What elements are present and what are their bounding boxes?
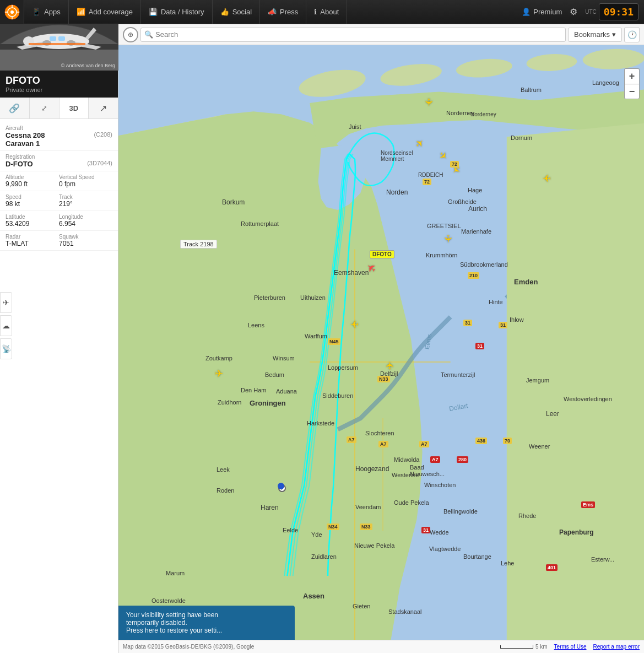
aircraft-a3[interactable]: ✈ (436, 149, 450, 163)
logo[interactable] (0, 0, 24, 24)
layers-icon-button[interactable]: 📡 (0, 338, 12, 359)
track-value: 219° (59, 200, 112, 208)
apps-icon: 📱 (32, 8, 41, 16)
history-button[interactable]: 🕐 (624, 27, 640, 42)
altitude-value: 9,990 ft (6, 180, 59, 188)
notification-line2: temporarily disabled. (126, 619, 287, 627)
compass-button[interactable]: ⊕ (123, 27, 138, 42)
city-loppersum: Loppersum (328, 364, 358, 371)
expand-tool-button[interactable]: ⤢ (30, 98, 59, 118)
zoom-out-button[interactable]: − (624, 84, 640, 99)
aircraft-label: Aircraft (6, 125, 59, 131)
aircraft-a9[interactable]: ✈ (350, 318, 359, 330)
aircraft-a7[interactable]: ✈ (215, 368, 223, 380)
side-tool-icons: ✈ ☁ 📡 (0, 292, 12, 360)
city-haren: Haren (261, 504, 279, 511)
longitude-value: 6.954 (59, 220, 112, 228)
speed-value: 98 kt (6, 200, 59, 208)
nav-press[interactable]: 📣 Press (260, 0, 306, 24)
radar-label: Radar (6, 234, 59, 240)
report-link[interactable]: Report a map error (593, 644, 640, 650)
airport-indicator (278, 483, 284, 489)
weather-icon-button[interactable]: ☁ (0, 315, 12, 336)
city-baltrum: Baltrum (521, 87, 542, 93)
city-eelde: Eelde (283, 527, 298, 533)
aircraft-a2[interactable]: ✈ (413, 136, 427, 150)
squawk-cell: Squawk 7051 (59, 232, 112, 249)
registration-row: Registration D-FOTO (3D7044) (0, 151, 118, 171)
bookmarks-button[interactable]: Bookmarks ▾ (568, 28, 622, 42)
city-veendam: Veendam (355, 504, 381, 510)
road-401: 401 (546, 564, 558, 571)
photo-credit: © Andreas van den Berg (61, 63, 115, 68)
search-input[interactable] (155, 30, 562, 39)
greetsiel-label: GREETSIEL (427, 223, 461, 229)
nav-add-coverage[interactable]: 📶 Add coverage (69, 0, 141, 24)
road-31: 31 (463, 320, 472, 326)
map-area[interactable]: ✈ ✈ ✈ ✈ ✈ ✈ ✈ ✈ ✈ ✈ DFOTO Groningen Nord… (118, 24, 644, 653)
city-gieten: Gieten (353, 603, 370, 609)
flight-icon-button[interactable]: ✈ (0, 292, 12, 313)
side-panel: ✕ © Andreas van den Berg DFOTO Private o… (0, 0, 118, 653)
norderney-main: Norderney (470, 111, 496, 117)
road-n45: N45 (328, 338, 340, 345)
city-pieterburen: Pieterburen (254, 294, 285, 301)
city-slochteren: Slochteren (365, 430, 394, 436)
link-icon: 🔗 (9, 103, 20, 114)
nav-apps[interactable]: 📱 Apps (24, 0, 69, 24)
notification-banner[interactable]: Your visibility setting have been tempor… (118, 606, 295, 640)
link-tool-button[interactable]: 🔗 (0, 98, 30, 118)
3d-tool-button[interactable]: 3D (59, 98, 89, 118)
premium-button[interactable]: 👤 Premium (522, 8, 562, 16)
road-31-red: 31 (475, 343, 484, 349)
aircraft-toolbar: 🔗 ⤢ 3D ↗ (0, 98, 118, 119)
zoom-in-button[interactable]: + (624, 68, 640, 84)
search-icon: 🔍 (144, 30, 153, 39)
nav-about[interactable]: ℹ About (306, 0, 347, 24)
city-vlagtewedde: Vlagtwedde (429, 546, 461, 552)
city-zuidhorn: Zuidhorn (218, 399, 241, 406)
track-2198-label[interactable]: Track 2198 (180, 240, 217, 249)
city-nieuwe-pekela: Nieuwe Pekela (354, 542, 394, 549)
aircraft-dfoto-label[interactable]: DFOTO (370, 250, 394, 258)
nav-social[interactable]: 👍 Social (213, 0, 260, 24)
aircraft-a5[interactable]: ✈ (543, 172, 551, 184)
aircraft-a6[interactable]: ✈ (442, 235, 454, 243)
svg-point-2 (10, 10, 14, 14)
terms-link[interactable]: Terms of Use (554, 644, 587, 650)
dollart-label: Dollart (448, 402, 469, 413)
aircraft-a1[interactable]: ✈ (423, 98, 435, 106)
city-marienhafe: Marienhafe (461, 228, 491, 235)
city-harkstede: Harkstede (307, 420, 334, 427)
search-bar: ⊕ 🔍 Bookmarks ▾ 🕐 (118, 24, 644, 45)
registration-code-value: (3D7044) (59, 160, 112, 166)
city-aduar: Aduana (276, 388, 297, 395)
city-marum: Marum (166, 570, 185, 576)
road-a7-2: A7 (378, 441, 388, 447)
search-input-wrap[interactable]: 🔍 (140, 28, 566, 42)
city-termunterzijl: Termunterzijl (441, 371, 475, 378)
road-70: 70 (503, 438, 512, 444)
aircraft-dfoto-selected[interactable]: ✈ (363, 260, 378, 276)
altitude-cell: Altitude 9,990 ft (6, 172, 59, 190)
road-ems: Ems (581, 501, 595, 508)
road-a7-3: A7 (419, 441, 429, 447)
aircraft-a8[interactable]: ✈ (384, 361, 396, 370)
share-tool-button[interactable]: ↗ (89, 98, 118, 118)
city-stadskanaal: Stadskanaal (388, 608, 422, 615)
coverage-icon: 📶 (77, 8, 85, 16)
nav-data-history[interactable]: 💾 Data / History (141, 0, 213, 24)
aircraft-data-table: Aircraft Cessna 208 Caravan 1 (C208) Reg… (0, 119, 118, 653)
radar-row: Radar T-MLAT Squawk 7051 (0, 231, 118, 251)
terms-text: Terms of Use (554, 644, 587, 650)
aircraft-callsign: DFOTO (6, 75, 112, 87)
road-n34: N34 (327, 524, 339, 530)
registration-code-cell: (3D7044) (59, 152, 112, 170)
coords-row: Latitude 53.4209 Longitude 6.954 (0, 211, 118, 231)
status-bar: Map data ©2015 GeoBasis-DE/BKG (©2009), … (118, 640, 644, 653)
registration-value: D-FOTO (6, 160, 59, 168)
social-icon: 👍 (220, 8, 229, 16)
3d-label: 3D (69, 104, 79, 112)
road-a7-red: A7 (430, 456, 440, 463)
settings-button[interactable]: ⚙ (566, 7, 581, 17)
